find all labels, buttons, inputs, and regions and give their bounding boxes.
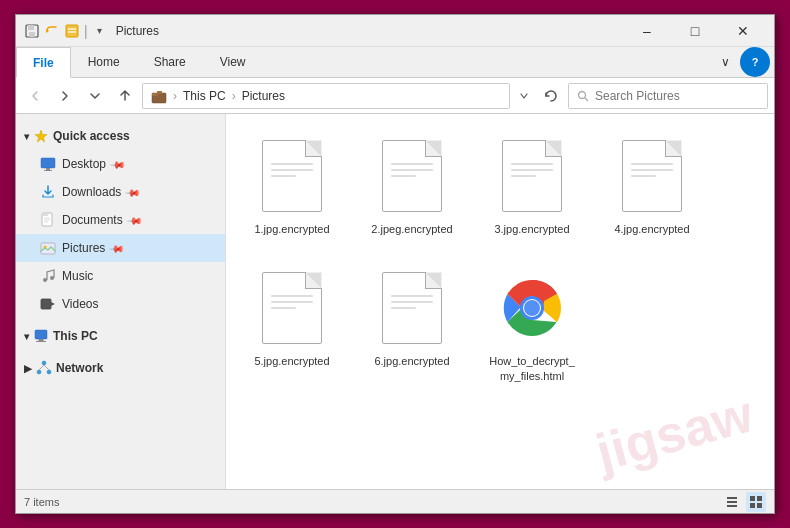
svg-point-31 xyxy=(37,370,41,374)
file-item[interactable]: 4.jpg.encrypted xyxy=(602,130,702,242)
sidebar-section-this-pc[interactable]: ▾ This PC xyxy=(16,322,225,350)
status-bar: 7 items xyxy=(16,489,774,513)
view-list-button[interactable] xyxy=(722,492,742,512)
star-icon xyxy=(33,128,49,144)
svg-point-30 xyxy=(42,361,46,365)
file-icon-container-chrome xyxy=(497,268,567,348)
path-separator: › xyxy=(173,89,177,103)
ribbon-chevron-button[interactable]: ∨ xyxy=(710,47,740,77)
quick-access-dropdown-icon[interactable]: ▾ xyxy=(92,23,108,39)
file-label-chrome: How_to_decrypt_my_files.html xyxy=(488,354,576,383)
file-icon-container xyxy=(497,136,567,216)
svg-rect-44 xyxy=(750,503,755,508)
downloads-icon xyxy=(40,184,56,200)
file-label: 1.jpg.encrypted xyxy=(254,222,329,236)
tab-home[interactable]: Home xyxy=(71,47,137,77)
back-button[interactable] xyxy=(22,83,48,109)
sidebar: ▾ Quick access Desktop 📌 Downloads 📌 Doc… xyxy=(16,114,226,489)
forward-button[interactable] xyxy=(52,83,78,109)
up-button[interactable] xyxy=(112,83,138,109)
sidebar-item-videos[interactable]: Videos xyxy=(16,290,225,318)
view-large-icons-button[interactable] xyxy=(746,492,766,512)
file-area: jigsaw 1.jpg.encrypted xyxy=(226,114,774,489)
document-icon xyxy=(502,140,562,212)
svg-rect-13 xyxy=(41,158,55,168)
svg-line-33 xyxy=(39,365,44,370)
file-item[interactable]: 1.jpg.encrypted xyxy=(242,130,342,242)
chrome-icon xyxy=(500,276,564,340)
address-dropdown-button[interactable] xyxy=(514,83,534,109)
svg-point-38 xyxy=(524,300,540,316)
sidebar-item-documents[interactable]: Documents 📌 xyxy=(16,206,225,234)
svg-line-11 xyxy=(585,97,588,100)
sidebar-item-downloads[interactable]: Downloads 📌 xyxy=(16,178,225,206)
sidebar-section-network[interactable]: ▶ Network xyxy=(16,354,225,382)
sidebar-this-pc-label: This PC xyxy=(53,329,98,343)
main-content: ▾ Quick access Desktop 📌 Downloads 📌 Doc… xyxy=(16,114,774,489)
svg-rect-14 xyxy=(46,168,50,170)
sidebar-item-pictures-label: Pictures xyxy=(62,241,105,255)
file-label: 3.jpg.encrypted xyxy=(494,222,569,236)
refresh-button[interactable] xyxy=(538,83,564,109)
file-icon-container xyxy=(377,268,447,348)
sidebar-item-music[interactable]: Music xyxy=(16,262,225,290)
svg-rect-1 xyxy=(28,25,34,30)
files-grid: 1.jpg.encrypted 2.jpeg.encrypted xyxy=(242,130,758,389)
search-box[interactable] xyxy=(568,83,768,109)
file-item[interactable]: 2.jpeg.encrypted xyxy=(362,130,462,242)
document-icon xyxy=(262,140,322,212)
svg-rect-41 xyxy=(727,505,737,507)
sidebar-item-videos-label: Videos xyxy=(62,297,98,311)
desktop-icon xyxy=(40,156,56,172)
recent-locations-button[interactable] xyxy=(82,83,108,109)
path-pictures[interactable]: Pictures xyxy=(242,89,285,103)
pin-icon-desktop: 📌 xyxy=(110,156,126,172)
sidebar-item-pictures[interactable]: Pictures 📌 xyxy=(16,234,225,262)
svg-rect-25 xyxy=(41,299,51,309)
file-label: 4.jpg.encrypted xyxy=(614,222,689,236)
file-label: 5.jpg.encrypted xyxy=(254,354,329,368)
search-input[interactable] xyxy=(595,89,759,103)
tab-view[interactable]: View xyxy=(203,47,263,77)
svg-rect-45 xyxy=(757,503,762,508)
svg-point-32 xyxy=(47,370,51,374)
svg-rect-4 xyxy=(66,25,78,37)
documents-icon xyxy=(40,212,56,228)
sidebar-section-quick-access[interactable]: ▾ Quick access xyxy=(16,122,225,150)
address-path[interactable]: › This PC › Pictures xyxy=(142,83,510,109)
file-item[interactable]: 3.jpg.encrypted xyxy=(482,130,582,242)
file-icon-container xyxy=(257,268,327,348)
svg-rect-40 xyxy=(727,501,737,503)
quick-access-properties-icon[interactable] xyxy=(64,23,80,39)
title-bar-controls: – □ ✕ xyxy=(624,15,766,47)
file-icon-container xyxy=(617,136,687,216)
svg-marker-12 xyxy=(35,130,47,142)
document-icon xyxy=(262,272,322,344)
quick-access-save-icon[interactable] xyxy=(24,23,40,39)
help-button[interactable]: ? xyxy=(740,47,770,77)
explorer-window: | ▾ Pictures – □ ✕ File Home Share View xyxy=(15,14,775,514)
sidebar-item-downloads-label: Downloads xyxy=(62,185,121,199)
quick-access-undo-icon[interactable] xyxy=(44,23,60,39)
close-button[interactable]: ✕ xyxy=(720,15,766,47)
path-this-pc[interactable]: This PC xyxy=(183,89,226,103)
sidebar-network-label: Network xyxy=(56,361,103,375)
file-item[interactable]: 6.jpg.encrypted xyxy=(362,262,462,389)
svg-rect-29 xyxy=(36,341,46,342)
svg-rect-28 xyxy=(39,339,44,341)
tab-file[interactable]: File xyxy=(16,47,71,78)
file-item[interactable]: 5.jpg.encrypted xyxy=(242,262,342,389)
svg-marker-26 xyxy=(51,302,55,306)
title-bar: | ▾ Pictures – □ ✕ xyxy=(16,15,774,47)
minimize-button[interactable]: – xyxy=(624,15,670,47)
tab-share[interactable]: Share xyxy=(137,47,203,77)
file-item-chrome[interactable]: How_to_decrypt_my_files.html xyxy=(482,262,582,389)
svg-rect-39 xyxy=(727,497,737,499)
file-label: 6.jpg.encrypted xyxy=(374,354,449,368)
sidebar-item-desktop[interactable]: Desktop 📌 xyxy=(16,150,225,178)
maximize-button[interactable]: □ xyxy=(672,15,718,47)
svg-rect-9 xyxy=(157,91,162,94)
sidebar-item-desktop-label: Desktop xyxy=(62,157,106,171)
music-icon xyxy=(40,268,56,284)
file-icon-container xyxy=(377,136,447,216)
